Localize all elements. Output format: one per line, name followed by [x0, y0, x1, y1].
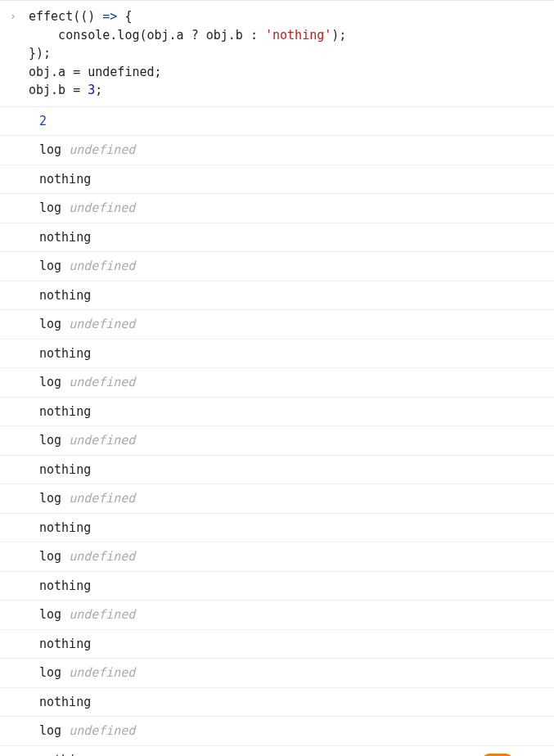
console-log-line: nothing — [0, 514, 554, 543]
log-label: log — [39, 549, 69, 564]
log-label: log — [39, 665, 69, 680]
code-line: obj.b = 3; — [29, 81, 554, 100]
console-log-line: log undefined — [0, 368, 554, 398]
log-value-undefined: undefined — [69, 723, 135, 738]
log-label: log — [39, 200, 69, 215]
input-prompt-icon: › — [10, 8, 16, 25]
code-line: console.log(obj.a ? obj.b : 'nothing'); — [29, 26, 554, 45]
code-line: obj.a = undefined; — [29, 63, 554, 82]
console-input-block[interactable]: › effect(() => { console.log(obj.a ? obj… — [0, 1, 554, 107]
code-lines-container: effect(() => { console.log(obj.a ? obj.b… — [29, 7, 554, 100]
log-value-undefined: undefined — [69, 549, 135, 564]
log-label: log — [39, 607, 69, 622]
console-wrapper: › effect(() => { console.log(obj.a ? obj… — [0, 0, 554, 756]
console-log-line: log undefined — [0, 542, 554, 572]
code-line: }); — [29, 44, 554, 63]
log-value-undefined: undefined — [69, 375, 135, 389]
console-log-line: nothing — [0, 630, 554, 659]
log-label: log — [39, 491, 69, 506]
log-label: log — [39, 723, 69, 738]
console-log-line: nothing — [0, 398, 554, 427]
log-value-undefined: undefined — [69, 607, 135, 622]
console-log-line: log undefined — [0, 136, 554, 165]
log-value-undefined: undefined — [69, 491, 135, 506]
console-log-line: log undefined — [0, 601, 554, 630]
log-label: log — [39, 317, 69, 331]
console-log-line: nothing — [0, 223, 554, 253]
console-output[interactable]: › effect(() => { console.log(obj.a ? obj… — [0, 0, 554, 756]
log-value-undefined: undefined — [69, 433, 135, 448]
log-value-undefined: undefined — [69, 259, 135, 273]
log-label: log — [39, 259, 69, 273]
console-log-line: nothing — [0, 456, 554, 485]
console-log-line: nothing — [0, 340, 554, 369]
watermark: php 中文网 — [482, 754, 546, 757]
log-label: log — [39, 375, 69, 389]
watermark-pill: php — [482, 754, 513, 757]
console-result: 2 — [0, 107, 554, 137]
console-log-line: nothing — [0, 281, 554, 311]
console-log-line: log undefined — [0, 252, 554, 281]
console-log-line: log undefined — [0, 310, 554, 340]
console-log-line: nothing — [0, 165, 554, 195]
log-value-undefined: undefined — [69, 142, 135, 157]
console-log-line: log undefined — [0, 426, 554, 456]
console-log-line: log undefined — [0, 659, 554, 688]
log-value-undefined: undefined — [69, 317, 135, 331]
code-line: effect(() => { — [29, 7, 554, 26]
console-log-line: nothing — [0, 688, 554, 718]
console-log-line: nothing — [0, 572, 554, 601]
log-value-undefined: undefined — [69, 200, 135, 215]
log-value-undefined: undefined — [69, 665, 135, 680]
log-container: log undefinednothinglog undefinednothing… — [0, 136, 554, 756]
log-label: log — [39, 433, 69, 448]
console-log-line: log undefined — [0, 717, 554, 746]
log-label: log — [39, 142, 69, 157]
console-log-line: nothing — [0, 746, 554, 757]
console-log-line: log undefined — [0, 484, 554, 514]
console-log-line: log undefined — [0, 194, 554, 223]
